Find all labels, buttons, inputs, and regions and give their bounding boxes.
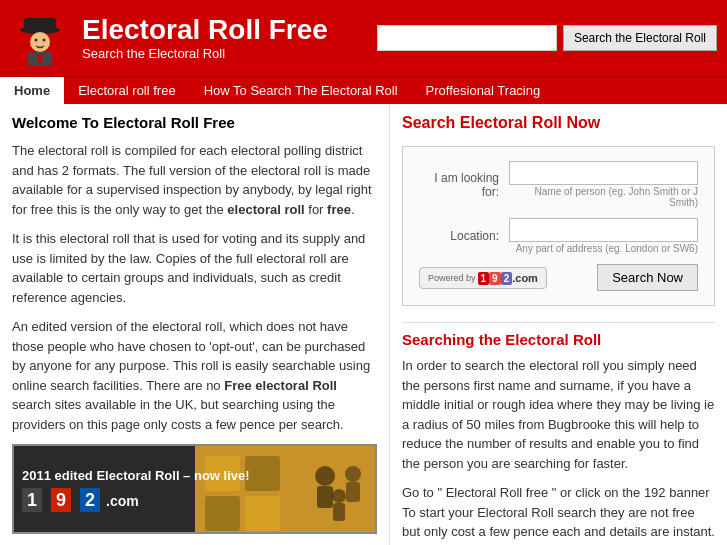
banner-logo-2: 2: [80, 488, 100, 512]
header-search-input[interactable]: [377, 25, 557, 51]
powered-by-text: Powered by: [428, 273, 476, 283]
main-content: Welcome To Electoral Roll Free The elect…: [0, 104, 727, 545]
nav-item-how-to-search[interactable]: How To Search The Electoral Roll: [190, 77, 412, 104]
header-search-button[interactable]: Search the Electoral Roll: [563, 25, 717, 51]
nav-item-home[interactable]: Home: [0, 77, 64, 104]
section-divider: [402, 322, 715, 323]
header-search-area: Search the Electoral Roll: [377, 25, 717, 51]
left-para-2: It is this electoral roll that is used f…: [12, 229, 377, 307]
site-title: Electoral Roll Free: [82, 15, 377, 46]
banner-logo-com: .com: [106, 493, 139, 509]
location-input-wrap: Any part of address (eg. London or SW6): [509, 218, 698, 254]
header-text-block: Electoral Roll Free Search the Electoral…: [82, 15, 377, 61]
navigation: Home Electoral roll free How To Search T…: [0, 76, 727, 104]
welcome-title: Welcome To Electoral Roll Free: [12, 114, 377, 131]
search-now-button[interactable]: Search Now: [597, 264, 698, 291]
svg-point-4: [43, 39, 46, 42]
banner-logo-9: 9: [51, 488, 71, 512]
search-form-box: I am looking for: Name of person (eg. Jo…: [402, 146, 715, 306]
left-para-1: The electoral roll is compiled for each …: [12, 141, 377, 219]
svg-point-2: [30, 32, 50, 52]
location-label: Location:: [419, 229, 509, 243]
left-body: The electoral roll is compiled for each …: [12, 141, 377, 434]
bold-free-electoral-roll: Free electoral Roll: [224, 378, 337, 393]
powered-logo: 192.com: [478, 272, 538, 284]
site-subtitle: Search the Electoral Roll: [82, 46, 377, 61]
banner-logo-1: 1: [22, 488, 42, 512]
banner-text: 2011 edited Electoral Roll – now live!: [22, 467, 367, 485]
looking-for-label: I am looking for:: [419, 171, 509, 199]
nav-item-professional-tracing[interactable]: Proffesional Tracing: [412, 77, 555, 104]
right-column: Search Electoral Roll Now I am looking f…: [390, 104, 727, 545]
looking-for-input-wrap: Name of person (eg. John Smith or J Smit…: [509, 161, 698, 208]
looking-for-hint: Name of person (eg. John Smith or J Smit…: [509, 186, 698, 208]
left-column: Welcome To Electoral Roll Free The elect…: [0, 104, 390, 545]
banner-logo: 1 9 2 .com: [22, 490, 367, 511]
location-hint: Any part of address (eg. London or SW6): [509, 243, 698, 254]
searching-para-1: In order to search the electoral roll yo…: [402, 356, 715, 473]
left-para-3: An edited version of the electoral roll,…: [12, 317, 377, 434]
looking-for-input[interactable]: [509, 161, 698, 185]
looking-for-row: I am looking for: Name of person (eg. Jo…: [419, 161, 698, 208]
powered-by-badge: Powered by 192.com: [419, 267, 547, 289]
site-logo: [10, 8, 70, 68]
banner[interactable]: 2011 edited Electoral Roll – now live! 1…: [12, 444, 377, 534]
header: Electoral Roll Free Search the Electoral…: [0, 0, 727, 76]
svg-rect-1: [24, 18, 56, 31]
location-input[interactable]: [509, 218, 698, 242]
svg-point-3: [35, 39, 38, 42]
location-row: Location: Any part of address (eg. Londo…: [419, 218, 698, 254]
search-now-title: Search Electoral Roll Now: [402, 114, 715, 132]
bold-electoral-roll: electoral roll: [227, 202, 304, 217]
searching-title: Searching the Electoral Roll: [402, 331, 715, 348]
nav-item-electoral-roll-free[interactable]: Electoral roll free: [64, 77, 190, 104]
searching-para-2: Go to " Electoral Roll free " or click o…: [402, 483, 715, 542]
form-footer: Powered by 192.com Search Now: [419, 264, 698, 291]
searching-body: In order to search the electoral roll yo…: [402, 356, 715, 542]
bold-free: free: [327, 202, 351, 217]
